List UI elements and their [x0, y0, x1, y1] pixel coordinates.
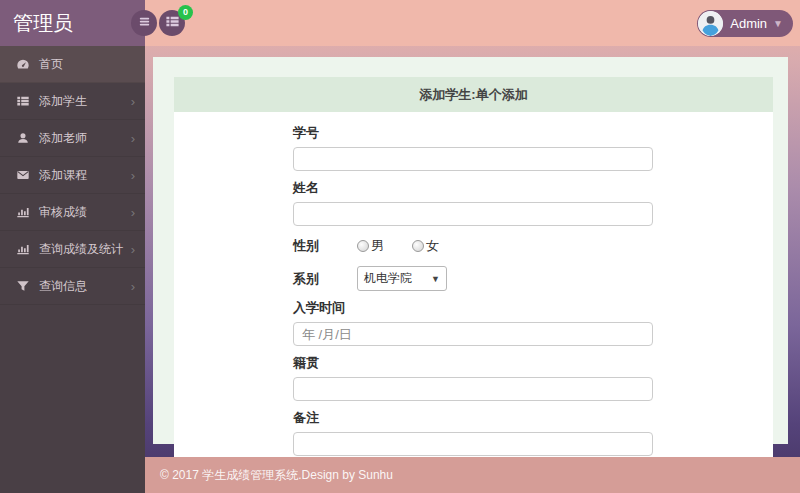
name-label: 姓名: [293, 179, 653, 197]
sidebar-item-label: 查询信息: [39, 278, 87, 295]
gender-radio-male[interactable]: 男: [357, 237, 384, 255]
notification-count-badge: 0: [178, 5, 193, 20]
bar-chart-icon: [16, 205, 30, 219]
filter-icon: [16, 279, 30, 293]
bar-chart-icon: [16, 242, 30, 256]
admin-menu[interactable]: Admin ▼: [697, 10, 793, 37]
avatar: [698, 11, 723, 36]
enroll-date-input[interactable]: [293, 322, 653, 346]
chevron-right-icon: ›: [131, 279, 135, 294]
radio-icon: [357, 240, 369, 252]
remark-label: 备注: [293, 409, 653, 427]
panel-title: 添加学生:单个添加: [174, 77, 773, 112]
page: 管理员 0: [0, 0, 800, 493]
user-icon: [16, 131, 30, 145]
chevron-down-icon: ▼: [773, 18, 783, 29]
chevron-right-icon: ›: [131, 242, 135, 257]
sidebar-item-home[interactable]: 首页: [0, 46, 145, 83]
remark-input[interactable]: [293, 432, 653, 456]
chevron-right-icon: ›: [131, 205, 135, 220]
sidebar-item-label: 添加老师: [39, 130, 87, 147]
sidebar-item-label: 添加学生: [39, 93, 87, 110]
hamburger-icon: [137, 14, 152, 33]
student-id-input[interactable]: [293, 147, 653, 171]
chevron-down-icon: ▼: [431, 274, 440, 284]
sidebar-item-label: 查询成绩及统计: [39, 241, 123, 258]
radio-icon: [412, 240, 424, 252]
tasks-icon: [165, 14, 180, 33]
envelope-icon: [16, 168, 30, 182]
chevron-right-icon: ›: [131, 94, 135, 109]
gender-female-label: 女: [426, 237, 439, 255]
sidebar-item-review-grades[interactable]: 审核成绩 ›: [0, 194, 145, 231]
footer-copyright: © 2017 学生成绩管理系统.Design by Sunhu: [145, 457, 800, 493]
notifications-button[interactable]: 0: [159, 10, 185, 36]
sidebar-item-query-grades-stats[interactable]: 查询成绩及统计 ›: [0, 231, 145, 268]
list-icon: [16, 94, 30, 108]
content-panel: 添加学生:单个添加 学号 姓名 性别 男 女: [153, 57, 788, 444]
sidebar-toggle-button[interactable]: [131, 10, 157, 36]
name-input[interactable]: [293, 202, 653, 226]
gender-label: 性别: [293, 237, 357, 255]
gender-radio-female[interactable]: 女: [412, 237, 439, 255]
add-student-form: 学号 姓名 性别 男 女 系别: [174, 112, 773, 493]
sidebar-item-label: 添加课程: [39, 167, 87, 184]
department-selected-value: 机电学院: [364, 270, 412, 287]
sidebar-item-add-teacher[interactable]: 添加老师 ›: [0, 120, 145, 157]
gender-male-label: 男: [371, 237, 384, 255]
brand-title: 管理员: [0, 0, 145, 46]
sidebar-item-label: 审核成绩: [39, 204, 87, 221]
sidebar-nav: 首页 添加学生 › 添加老师 › 添加课程 ›: [0, 46, 145, 493]
department-label: 系别: [293, 270, 357, 288]
enroll-date-label: 入学时间: [293, 299, 653, 317]
sidebar-item-add-course[interactable]: 添加课程 ›: [0, 157, 145, 194]
top-navbar: 管理员 0: [0, 0, 800, 46]
chevron-right-icon: ›: [131, 168, 135, 183]
hometown-label: 籍贯: [293, 354, 653, 372]
dashboard-icon: [16, 57, 30, 71]
hometown-input[interactable]: [293, 377, 653, 401]
sidebar-item-label: 首页: [39, 56, 63, 73]
chevron-right-icon: ›: [131, 131, 135, 146]
admin-username: Admin: [730, 16, 767, 31]
sidebar-item-add-student[interactable]: 添加学生 ›: [0, 83, 145, 120]
department-select[interactable]: 机电学院 ▼: [357, 266, 447, 291]
sidebar-item-query-info[interactable]: 查询信息 ›: [0, 268, 145, 305]
student-id-label: 学号: [293, 124, 653, 142]
